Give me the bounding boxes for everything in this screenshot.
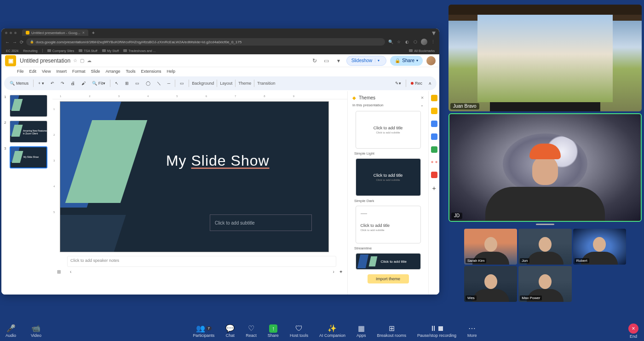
forward-icon[interactable]: → (12, 40, 17, 45)
search-menus[interactable]: 🔍 Menus (8, 80, 30, 87)
apps-button[interactable]: ▦ Apps (356, 324, 366, 338)
subtitle-placeholder[interactable]: Click to add subtitle (210, 214, 312, 231)
close-tab-icon[interactable]: × (82, 30, 85, 35)
grid-view-icon[interactable]: ⊞ (57, 269, 61, 274)
host-tools-button[interactable]: 🛡 Host tools (290, 324, 308, 338)
keep-icon[interactable] (431, 108, 437, 114)
prev-slide-icon[interactable]: ‹ (70, 269, 71, 274)
import-theme-button[interactable]: Import theme (368, 274, 409, 283)
video-button[interactable]: 📹 Video (31, 324, 41, 338)
video-tile[interactable]: Sarah Kim (464, 229, 517, 265)
undo-button[interactable]: ↶ (49, 80, 56, 87)
menu-tools[interactable]: Tools (126, 69, 135, 74)
menu-file[interactable]: File (17, 69, 24, 74)
user-avatar[interactable] (426, 56, 436, 65)
menu-edit[interactable]: Edit (29, 69, 37, 74)
comment-button[interactable]: ▭ (178, 80, 186, 87)
slide-thumbnail[interactable]: Amazing New Features in Zoom Client (10, 121, 47, 143)
extension-icon[interactable]: ⬡ (413, 39, 418, 45)
minimize-icon[interactable]: ▾ (432, 29, 436, 37)
explore-icon[interactable]: ✦ (339, 269, 343, 274)
refresh-icon[interactable]: ⟳ (20, 40, 23, 45)
resize-handle[interactable] (536, 224, 554, 225)
doc-title[interactable]: Untitled presentation (20, 58, 70, 64)
video-tile[interactable]: Robert (573, 229, 626, 265)
next-slide-icon[interactable]: › (333, 269, 334, 274)
add-icon[interactable]: + (432, 185, 436, 192)
slide-canvas[interactable]: My Slide Show Click to add subtitle (60, 101, 329, 252)
chat-button[interactable]: 💬 Chat (225, 324, 235, 338)
share-button[interactable]: 🔒 Share ▾ (390, 56, 423, 66)
back-icon[interactable]: ← (5, 40, 10, 45)
bookmark-item[interactable]: Recruiting (23, 49, 38, 52)
profile-avatar[interactable] (421, 39, 427, 45)
history-icon[interactable]: ↻ (310, 57, 319, 65)
slide-thumbnail[interactable]: My Slide Show (10, 146, 47, 168)
extension-icon[interactable]: ◐ (404, 39, 410, 45)
collapse-icon[interactable]: ʌ (427, 80, 433, 87)
theme-card[interactable]: Click to add title Click to add subtitle (356, 158, 421, 196)
star-icon[interactable]: ☆ (396, 39, 402, 45)
audio-button[interactable]: 🎤 Audio (6, 324, 16, 338)
themes-section-header[interactable]: In this presentation⌄ (351, 101, 426, 109)
background-button[interactable]: Background (192, 81, 214, 86)
cloud-icon[interactable]: ☁ (87, 58, 92, 63)
new-slide-button[interactable]: + ▾ (36, 80, 46, 87)
contacts-icon[interactable] (431, 133, 437, 140)
url-field[interactable]: 🔒 docs.google.com/presentation/d/1f6iH2x… (26, 38, 385, 46)
browser-tab[interactable]: Untitled presentation - Goog... × (22, 29, 88, 36)
theme-button[interactable]: Theme (238, 81, 251, 86)
video-tile[interactable]: Wes (464, 266, 517, 302)
menu-arrange[interactable]: Arrange (105, 69, 120, 74)
slides-logo[interactable]: ▣ (5, 55, 16, 66)
slideshow-button[interactable]: Slideshow ▾ (346, 56, 387, 66)
comments-icon[interactable]: ▭ (322, 57, 331, 65)
speaker-notes[interactable]: Click to add speaker notes (67, 256, 336, 267)
bookmark-item[interactable]: TSA Stuff (79, 49, 97, 52)
comment-tool[interactable]: ─ (166, 80, 172, 87)
share-button[interactable]: ↑ Share (268, 324, 279, 338)
video-tile[interactable]: Max Power (518, 266, 571, 302)
layout-button[interactable]: Layout (220, 81, 232, 86)
zoom-button[interactable]: 🔍 Fit ▾ (90, 80, 107, 87)
meet-icon[interactable]: ▾ (334, 57, 343, 65)
bookmark-item[interactable]: My Stuff (102, 49, 119, 52)
menu-insert[interactable]: Insert (56, 69, 67, 74)
end-button[interactable]: × End (628, 324, 638, 339)
react-button[interactable]: ♡ React (246, 324, 257, 338)
theme-card[interactable]: Click to add title Click to add subtitle (356, 206, 421, 243)
addon-icon[interactable]: ⚬⚬ (430, 159, 438, 165)
paint-format-button[interactable]: 🖌 (80, 80, 87, 87)
bookmark-item[interactable]: Company Sites (47, 49, 74, 52)
slide-title[interactable]: My Slide Show (166, 152, 270, 169)
record-button[interactable]: ⏸⏹ Pause/stop recording (417, 324, 456, 338)
video-tile[interactable]: Jon (518, 229, 571, 265)
transition-button[interactable]: Transition (257, 81, 275, 86)
textbox-tool[interactable]: ⊞ (123, 80, 131, 87)
bookmark-item[interactable]: Tradeshows and ... (123, 49, 155, 52)
theme-card[interactable]: Click to add title (356, 253, 421, 270)
bookmark-item[interactable]: EC 2024 (6, 49, 18, 52)
menu-help[interactable]: Help (167, 69, 176, 74)
video-tile-active[interactable]: JD (448, 113, 642, 222)
redo-button[interactable]: ↷ (59, 80, 66, 87)
addon-icon[interactable] (431, 172, 437, 178)
star-icon[interactable]: ☆ (73, 58, 77, 63)
slide-thumbnail[interactable] (10, 95, 47, 117)
print-button[interactable]: 🖨 (69, 80, 77, 87)
search-icon[interactable]: 🔍 (388, 39, 393, 45)
cursor-tool[interactable]: ↖ (113, 80, 121, 87)
menu-view[interactable]: View (42, 69, 51, 74)
menu-format[interactable]: Format (72, 69, 86, 74)
line-tool[interactable]: ＼ (155, 80, 163, 87)
new-tab-button[interactable]: + (90, 30, 97, 35)
breakout-rooms-button[interactable]: ⊞ Breakout rooms (377, 324, 406, 338)
ai-companion-button[interactable]: ✨ AI Companion (319, 324, 345, 338)
menu-extensions[interactable]: Extensions (141, 69, 161, 74)
theme-card[interactable]: Click to add title Click to add subtitle (356, 111, 421, 149)
menu-icon[interactable]: ⋮ (430, 39, 436, 45)
calendar-icon[interactable] (431, 95, 437, 101)
participants-button[interactable]: 👥7 Participants (193, 324, 214, 338)
all-bookmarks[interactable]: All Bookmarks (409, 49, 435, 52)
maps-icon[interactable] (431, 146, 437, 153)
